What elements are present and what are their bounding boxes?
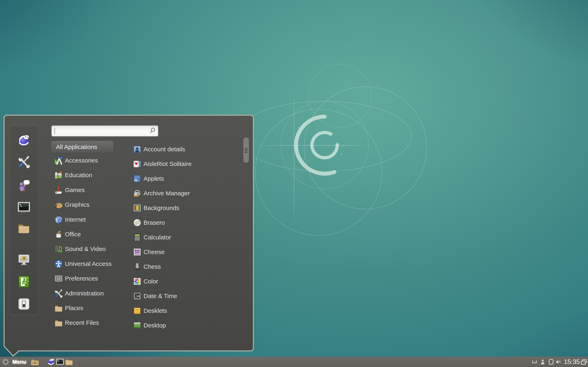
svg-text:01: 01 xyxy=(137,295,140,298)
